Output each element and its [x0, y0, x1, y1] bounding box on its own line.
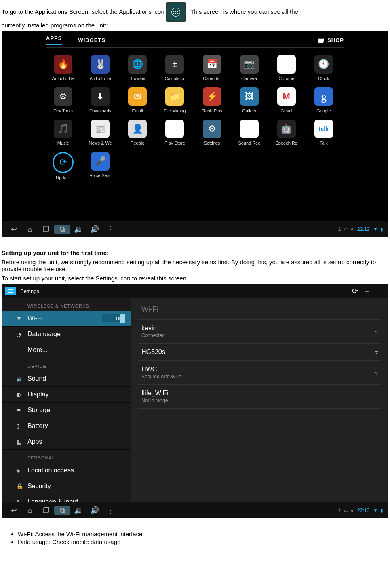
sd-icon: ▭	[344, 226, 348, 232]
wifi-toggle[interactable]: ON	[102, 314, 124, 322]
sidebar-header-device: DEVICE	[2, 358, 131, 371]
app-antutu-be[interactable]: 🔥AnTuTu Be	[46, 55, 80, 81]
storage-icon: ≣	[16, 407, 21, 413]
volume-up-button-2[interactable]: 🔊	[86, 506, 103, 515]
detail-header: Wi-Fi	[138, 298, 381, 320]
app-label: Camera	[241, 76, 257, 81]
tab-apps[interactable]: APPS	[46, 35, 62, 45]
app-google[interactable]: gGoogle	[307, 87, 341, 113]
app-calculator[interactable]: ±Calculator	[158, 55, 192, 81]
menu-button[interactable]: ⋮	[103, 225, 119, 234]
sidebar-item-data-usage[interactable]: ◔Data usage	[2, 327, 131, 342]
sidebar-item-sound[interactable]: 🔈Sound	[2, 371, 131, 387]
app-clock[interactable]: 🕙Clock	[307, 55, 341, 81]
bullet-data-usage: Data usage: Check mobile data usage	[18, 538, 388, 545]
screenshot-button[interactable]: ⧉	[54, 225, 70, 234]
sidebar-label-location: Location access	[27, 467, 74, 474]
app-downloads[interactable]: ⬇Downloads	[83, 87, 117, 113]
sidebar-item-language[interactable]: ALanguage & input	[2, 494, 131, 502]
wifi-network-hg520s[interactable]: HG520s▿	[138, 344, 381, 361]
wifi-network-ilife-wifi[interactable]: Ilife_WiFiNot in range	[138, 385, 381, 409]
app-label: Calculator	[165, 76, 185, 81]
sidebar-label-more: More...	[27, 346, 48, 354]
shop-bag-icon	[318, 37, 324, 43]
app-sound-rec[interactable]: 🎙Sound Rec	[232, 120, 266, 145]
signal-icon: ▿	[375, 349, 378, 355]
app-file-manag[interactable]: 📁File Manag	[158, 87, 192, 113]
upload-icon: ↥	[337, 226, 342, 232]
recent-button[interactable]: ❐	[38, 225, 54, 234]
app-icon: 🌐	[128, 55, 147, 74]
screenshot-button-2[interactable]: ⧉	[54, 506, 70, 515]
sidebar-item-security[interactable]: 🔒Security	[2, 478, 131, 494]
battery-icon-2: ▮	[380, 508, 383, 513]
volume-up-button[interactable]: 🔊	[86, 225, 103, 234]
network-name: Ilife_WiFi	[141, 390, 378, 397]
app-talk[interactable]: talkTalk	[307, 120, 341, 145]
app-browser[interactable]: 🌐Browser	[120, 55, 154, 81]
debug-icon: ●	[351, 226, 354, 232]
network-name: HWC	[141, 366, 375, 373]
app-chrome[interactable]: ◉Chrome	[270, 55, 304, 81]
app-dev-tools[interactable]: ⚙Dev Tools	[46, 87, 80, 113]
sidebar-item-location[interactable]: ◈Location access	[2, 463, 131, 478]
app-label: Speech Re	[276, 141, 297, 145]
app-label: Clock	[318, 76, 329, 81]
status-clock-2: 22:13	[357, 508, 369, 513]
menu-button-2[interactable]: ⋮	[103, 506, 119, 515]
app-icon: 📰	[91, 120, 110, 138]
refresh-scan-button[interactable]: ⟳	[349, 287, 361, 295]
app-people[interactable]: 👤People	[120, 120, 154, 145]
wifi-row-icon: ▼	[16, 315, 22, 322]
volume-down-button-2[interactable]: 🔉	[70, 506, 86, 515]
app-label: Gmail	[280, 108, 292, 113]
back-button-2[interactable]: ↩	[6, 506, 22, 515]
volume-down-button[interactable]: 🔉	[70, 225, 86, 234]
status-clock: 22:12	[357, 226, 369, 232]
app-speech-re[interactable]: 🤖Speech Re	[270, 120, 304, 145]
app-voice-sear[interactable]: 🎤Voice Sear	[83, 152, 117, 180]
signal-icon: ▿	[375, 369, 378, 376]
sidebar-item-storage[interactable]: ≣Storage	[2, 403, 131, 418]
tab-widgets[interactable]: WIDGETS	[78, 37, 105, 43]
apps-screen-screenshot: APPS WIDGETS SHOP 🔥AnTuTu Be🐰AnTuTu Te🌐B…	[2, 31, 388, 237]
app-update[interactable]: ⟳Update	[46, 152, 80, 180]
app-antutu-te[interactable]: 🐰AnTuTu Te	[83, 55, 117, 81]
sidebar-label-data: Data usage	[27, 331, 61, 338]
wifi-network-kevin[interactable]: kevinConnected▿	[138, 320, 381, 344]
sidebar-item-wifi[interactable]: ▼ Wi-Fi ON	[2, 311, 131, 327]
app-settings[interactable]: ⚙Settings	[195, 120, 229, 145]
sidebar-item-apps[interactable]: ▦Apps	[2, 434, 131, 450]
add-network-button[interactable]: ＋	[361, 286, 373, 296]
app-icon: ±	[165, 55, 184, 74]
settings-titlebar: Settings ⟳ ＋ ⋮	[2, 284, 388, 298]
app-icon: 🔥	[54, 55, 72, 74]
back-button[interactable]: ↩	[6, 225, 22, 234]
app-email[interactable]: ✉Email	[120, 87, 154, 113]
home-button[interactable]: ⌂	[22, 225, 38, 234]
sidebar-item-battery[interactable]: ▯Battery	[2, 418, 131, 434]
sidebar-label-sound: Sound	[27, 375, 46, 382]
debug-icon-2: ●	[351, 508, 354, 513]
sidebar-item-more[interactable]: More...	[2, 342, 131, 358]
app-flash-play[interactable]: ⚡Flash Play	[195, 87, 229, 113]
sidebar-item-display[interactable]: ◐Display	[2, 387, 131, 403]
app-icon: ⚡	[203, 87, 221, 106]
app-music[interactable]: 🎵Music	[46, 120, 80, 145]
app-gallery[interactable]: 🖼Gallery	[232, 87, 266, 113]
app-news-we[interactable]: 📰News & We	[83, 120, 117, 145]
home-button-2[interactable]: ⌂	[22, 506, 38, 515]
sidebar-label-battery: Battery	[27, 422, 48, 430]
wifi-network-hwc[interactable]: HWCSecured with WPA▿	[138, 361, 381, 385]
app-label: Google	[316, 108, 331, 113]
app-calendar[interactable]: 📅Calendar	[195, 55, 229, 81]
overflow-menu-button[interactable]: ⋮	[373, 287, 385, 295]
shop-button[interactable]: SHOP	[318, 37, 344, 43]
app-camera[interactable]: 📷Camera	[232, 55, 266, 81]
recent-button-2[interactable]: ❐	[38, 506, 54, 515]
app-label: Downloads	[89, 108, 111, 113]
app-gmail[interactable]: MGmail	[270, 87, 304, 113]
app-play-store[interactable]: ▶Play Store	[158, 120, 192, 145]
sidebar-label-language: Language & input	[27, 498, 78, 502]
network-name: kevin	[141, 325, 375, 332]
